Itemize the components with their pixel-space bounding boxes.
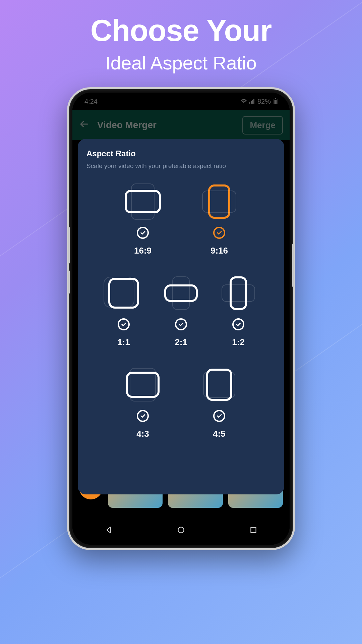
svg-rect-8	[251, 527, 256, 532]
aspect-ratio-grid: 16:99:161:12:11:24:34:5	[86, 183, 276, 439]
aspect-ratio-row: 1:12:11:2	[86, 275, 276, 347]
device-power-button	[292, 244, 294, 287]
aspect-shape-icon	[123, 366, 163, 403]
aspect-ratio-label: 4:3	[136, 429, 149, 439]
aspect-shape-icon	[199, 366, 239, 403]
aspect-ratio-option-9-16[interactable]: 9:16	[199, 183, 239, 256]
nav-recent-button[interactable]	[248, 525, 258, 535]
promo-headline: Choose Your	[0, 13, 362, 48]
check-icon	[118, 318, 130, 330]
aspect-shape-icon	[161, 275, 201, 312]
android-nav-bar	[72, 515, 290, 545]
aspect-shape-icon	[218, 275, 258, 312]
square-icon	[249, 526, 258, 534]
nav-home-button[interactable]	[176, 525, 186, 535]
aspect-ratio-option-1-2[interactable]: 1:2	[218, 275, 258, 347]
svg-point-7	[178, 527, 184, 533]
modal-subtitle: Scale your video with your preferable as…	[86, 162, 276, 170]
aspect-ratio-label: 9:16	[210, 246, 228, 256]
aspect-shape-icon	[123, 183, 163, 220]
device-volume-button	[68, 227, 70, 264]
aspect-shape-icon	[104, 275, 144, 312]
device-volume-button	[68, 270, 70, 294]
aspect-ratio-label: 16:9	[134, 246, 152, 256]
check-icon	[213, 410, 225, 422]
aspect-ratio-option-16-9[interactable]: 16:9	[123, 183, 163, 256]
aspect-ratio-option-1-1[interactable]: 1:1	[104, 275, 144, 347]
aspect-ratio-label: 1:1	[117, 337, 130, 347]
promo-subhead: Ideal Aspect Ratio	[0, 52, 362, 74]
aspect-ratio-option-4-5[interactable]: 4:5	[199, 366, 239, 439]
aspect-ratio-row: 4:34:5	[86, 366, 276, 439]
aspect-ratio-option-2-1[interactable]: 2:1	[161, 275, 201, 347]
check-icon	[137, 410, 149, 422]
screen: 4:24 82% Video Merger Merge	[72, 93, 290, 545]
device-frame: 4:24 82% Video Merger Merge	[67, 87, 295, 550]
check-icon	[232, 318, 244, 330]
aspect-ratio-label: 1:2	[232, 337, 245, 347]
circle-icon	[177, 526, 185, 534]
aspect-ratio-modal: Aspect Ratio Scale your video with your …	[78, 139, 284, 494]
aspect-ratio-option-4-3[interactable]: 4:3	[123, 366, 163, 439]
triangle-left-icon	[104, 526, 113, 534]
promo-heading: Choose Your Ideal Aspect Ratio	[0, 0, 362, 74]
modal-title: Aspect Ratio	[86, 149, 276, 158]
check-icon	[137, 227, 149, 239]
aspect-shape-icon	[199, 183, 239, 220]
nav-back-button[interactable]	[104, 525, 114, 535]
check-icon	[213, 227, 225, 239]
check-icon	[175, 318, 187, 330]
aspect-ratio-label: 2:1	[175, 337, 187, 347]
aspect-ratio-row: 16:99:16	[86, 183, 276, 256]
aspect-ratio-label: 4:5	[213, 429, 226, 439]
